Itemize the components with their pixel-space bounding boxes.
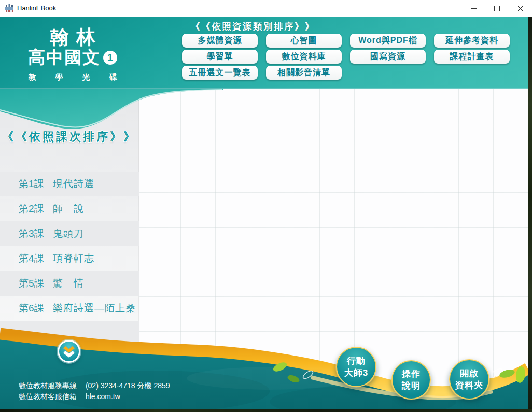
lesson-item-3[interactable]: 第3課 鬼頭刀 [0, 221, 139, 246]
window-title: HanlinEBook [17, 4, 56, 12]
lesson-number: 第6課 [19, 302, 53, 315]
round-button-line: 操作 [402, 368, 421, 380]
round-button-line: 說明 [402, 380, 421, 392]
lesson-item-6[interactable]: 第6課 樂府詩選—陌上桑 [0, 296, 139, 321]
app-window: HanlinEBook 翰林 高中國文 1 教學光碟 《《依照資源類別排序》》 … [0, 0, 532, 412]
brand-name: 翰林 [7, 27, 145, 47]
lesson-number: 第2課 [19, 202, 53, 216]
app-icon [5, 4, 14, 13]
series-title: 高中國文 [28, 48, 101, 67]
product-logo: 翰林 高中國文 1 教學光碟 [0, 27, 145, 82]
lesson-title: 項脊軒志 [53, 252, 94, 265]
lesson-number: 第5課 [19, 277, 53, 290]
resource-button-five-volume-list[interactable]: 五冊選文一覽表 [182, 66, 258, 80]
resource-button-multimedia[interactable]: 多媒體資源 [182, 34, 258, 48]
lesson-title: 鬼頭刀 [53, 227, 84, 240]
lesson-number: 第1課 [19, 177, 53, 191]
close-button[interactable] [509, 0, 532, 17]
lesson-title: 驚 情 [53, 277, 84, 290]
lesson-section-heading: 《《依照課次排序》》 [0, 129, 139, 145]
lesson-number: 第3課 [19, 227, 53, 240]
action-master-3-button[interactable]: 行動 大師3 [336, 347, 376, 387]
resource-button-curriculum-plan[interactable]: 課程計畫表 [434, 50, 510, 64]
resource-button-grid: 多媒體資源 心智圖 Word與PDF檔 延伸參考資料 學習單 數位資料庫 國寫資… [182, 34, 510, 80]
service-mailbox-address: hle.com.tw [86, 392, 120, 401]
app-canvas: 翰林 高中國文 1 教學光碟 《《依照資源類別排序》》 多媒體資源 心智圖 Wo… [0, 17, 528, 409]
resource-button-writing-resource[interactable]: 國寫資源 [350, 50, 426, 64]
lesson-list: 第1課 現代詩選 第2課 師 說 第3課 鬼頭刀 第4課 項脊軒志 第5課 [0, 172, 139, 346]
contact-info: 數位教材服務專線 (02) 3234-4718 分機 2859 數位教材客服信箱… [19, 380, 170, 402]
titlebar: HanlinEBook [0, 0, 532, 17]
open-folder-button[interactable]: 開啟 資料夾 [449, 359, 489, 400]
scroll-down-button[interactable] [58, 340, 80, 363]
resource-section-heading: 《《依照資源類別排序》》 [191, 20, 315, 33]
volume-badge: 1 [103, 51, 117, 65]
round-button-line: 資料夾 [455, 379, 483, 391]
window-edge-right [528, 17, 532, 412]
resource-button-digital-database[interactable]: 數位資料庫 [266, 50, 342, 64]
service-hotline-label: 數位教材服務專線 [19, 381, 77, 390]
round-button-line: 行動 [347, 355, 366, 367]
round-button-line: 大師3 [344, 367, 368, 379]
lesson-title: 樂府詩選—陌上桑 [53, 302, 136, 315]
lesson-item-4[interactable]: 第4課 項脊軒志 [0, 246, 139, 271]
round-button-line: 開啟 [460, 367, 479, 379]
operation-guide-button[interactable]: 操作 說明 [391, 360, 431, 400]
lesson-title: 現代詩選 [53, 177, 94, 191]
resource-button-worksheet[interactable]: 學習單 [182, 50, 258, 64]
product-subtitle: 教學光碟 [29, 73, 136, 82]
lesson-item-1[interactable]: 第1課 現代詩選 [0, 172, 139, 196]
resource-button-related-media-list[interactable]: 相關影音清單 [266, 66, 342, 80]
lesson-number: 第4課 [19, 252, 53, 265]
chevron-down-icon [61, 345, 77, 358]
maximize-icon [494, 6, 500, 11]
resource-button-mindmap[interactable]: 心智圖 [266, 34, 342, 48]
lesson-item-2[interactable]: 第2課 師 說 [0, 196, 139, 221]
service-mailbox-label: 數位教材客服信箱 [19, 392, 77, 401]
resource-button-extended-reference[interactable]: 延伸參考資料 [434, 34, 510, 48]
resource-button-word-pdf[interactable]: Word與PDF檔 [350, 34, 426, 48]
close-icon [517, 6, 523, 11]
window-edge-bottom [0, 409, 532, 412]
maximize-button[interactable] [485, 0, 509, 17]
minimize-icon [471, 6, 477, 11]
lesson-item-5[interactable]: 第5課 驚 情 [0, 271, 139, 296]
service-hotline-number: (02) 3234-4718 分機 2859 [86, 381, 170, 390]
minimize-button[interactable] [462, 0, 485, 17]
lesson-title: 師 說 [53, 202, 84, 216]
